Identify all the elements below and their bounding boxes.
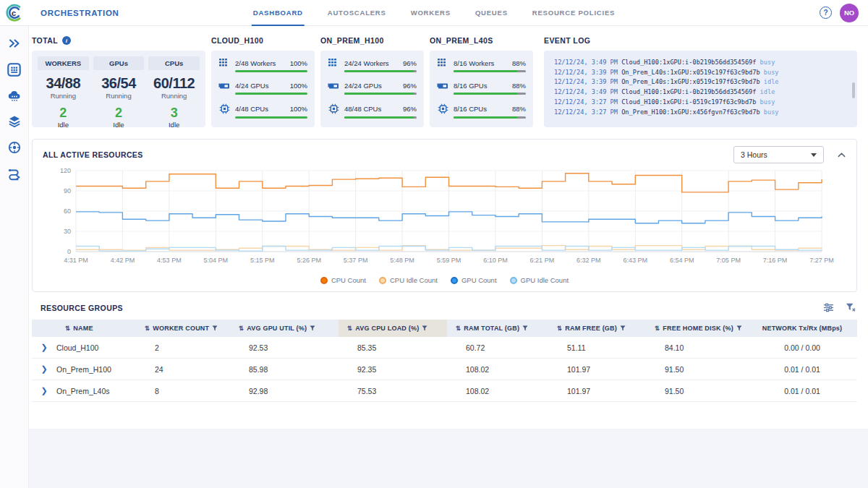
sidebar-item-ml-compute[interactable] — [7, 140, 22, 155]
sidebar-item-dashboard[interactable] — [7, 61, 22, 77]
sort-icon[interactable]: ⇅ — [456, 325, 461, 332]
event-log-entry: 12/12/24, 3:27 PM Cloud_H100:1xGPU:i-051… — [554, 98, 847, 108]
cell-value: 92.35 — [339, 359, 447, 380]
svg-text:5:04 PM: 5:04 PM — [203, 257, 228, 264]
gpu-icon — [218, 82, 230, 90]
filter-icon[interactable] — [212, 325, 218, 331]
total-running-cell: 34/88Running2Idle — [38, 70, 89, 129]
avatar[interactable]: NO — [840, 4, 859, 22]
sidebar-item-resource-groups[interactable] — [7, 114, 22, 129]
panel-title: CLOUD_H100 — [211, 35, 315, 46]
running-label: Running — [38, 92, 89, 100]
total-col-header: WORKERS — [38, 56, 89, 70]
sort-icon[interactable]: ⇅ — [145, 325, 150, 332]
resource-groups-section: RESOURCE GROUPS ⇅NAME⇅WORKER COUNT⇅AVG G… — [32, 299, 857, 402]
sort-icon[interactable]: ⇅ — [65, 325, 70, 332]
filter-icon[interactable] — [422, 325, 427, 331]
svg-text:4:42 PM: 4:42 PM — [110, 257, 135, 264]
svg-text:6:54 PM: 6:54 PM — [669, 257, 694, 264]
column-label: NETWORK Tx/Rx (MBps) — [762, 325, 843, 332]
tab-dashboard[interactable]: DASHBOARD — [252, 0, 305, 26]
sort-icon[interactable]: ⇅ — [557, 325, 562, 332]
cell-value: 85.35 — [339, 337, 447, 359]
column-header-ram-free-gb-[interactable]: ⇅RAM FREE (GB) — [548, 320, 646, 337]
legend-label: GPU Idle Count — [521, 276, 569, 284]
sidebar-item-autoscalers[interactable] — [7, 87, 22, 103]
legend-item[interactable]: GPU Idle Count — [510, 276, 569, 284]
cpu-icon — [328, 103, 339, 114]
column-header-worker-count[interactable]: ⇅WORKER COUNT — [136, 320, 230, 337]
filter-icon[interactable] — [620, 325, 626, 331]
cpu-icon — [218, 103, 230, 114]
column-header-avg-cpu-load-[interactable]: ⇅AVG CPU LOAD (%) — [339, 320, 447, 337]
column-header-ram-total-gb-[interactable]: ⇅RAM TOTAL (GB) — [447, 320, 548, 337]
table-row[interactable]: ❯Cloud_H100292.5385.3560.7251.1184.100.0… — [32, 337, 857, 359]
svg-text:6:10 PM: 6:10 PM — [483, 257, 508, 264]
sidebar-item-pipelines[interactable] — [7, 166, 22, 181]
table-title: RESOURCE GROUPS — [41, 304, 123, 312]
info-icon[interactable]: i — [62, 36, 71, 45]
column-label: NAME — [73, 325, 93, 332]
cell-value: 60.72 — [447, 337, 548, 359]
nav-tabs: DASHBOARDAUTOSCALERSWORKERSQUEUESRESOURC… — [252, 0, 616, 26]
stat-percent: 100% — [290, 105, 307, 113]
event-log-scrollbar[interactable] — [852, 82, 855, 98]
cell-value: 108.02 — [447, 359, 548, 380]
running-value: 60/112 — [148, 75, 200, 92]
tab-queues[interactable]: QUEUES — [474, 0, 509, 26]
expand-chevron-icon[interactable]: ❯ — [32, 359, 56, 380]
resources-line-chart[interactable]: 4:31 PM4:42 PM4:53 PM5:04 PM5:15 PM5:26 … — [36, 166, 854, 275]
panel-stat-row: 2/48 Workers100% — [218, 58, 307, 72]
stat-label: 8/16 Workers — [454, 59, 507, 67]
event-log[interactable]: 12/12/24, 3:49 PM Cloud_H100:1xGPU:i-0b2… — [544, 51, 857, 127]
tab-workers[interactable]: WORKERS — [409, 0, 452, 26]
collapse-chevron-icon[interactable] — [837, 150, 846, 160]
column-header-name[interactable]: ⇅NAME — [56, 320, 136, 337]
clear-filters-icon[interactable] — [846, 302, 856, 313]
total-col-header: CPUs — [148, 56, 200, 70]
column-header-avg-gpu-util-[interactable]: ⇅AVG GPU UTIL (%) — [230, 320, 339, 337]
stat-progress-bar — [454, 116, 526, 119]
time-range-select[interactable]: 3 Hours — [733, 146, 824, 163]
tab-autoscalers[interactable]: AUTOSCALERS — [326, 0, 388, 26]
filter-icon[interactable] — [310, 325, 315, 331]
svg-text:60: 60 — [63, 207, 70, 215]
workers-icon — [437, 58, 448, 68]
column-settings-icon[interactable] — [823, 302, 834, 313]
svg-text:6:32 PM: 6:32 PM — [576, 257, 601, 264]
sort-icon[interactable]: ⇅ — [239, 325, 244, 332]
cell-name: On_Prem_L40s — [56, 380, 136, 402]
dashboard-icon — [7, 62, 22, 77]
legend-item[interactable]: GPU Count — [451, 276, 497, 284]
expand-chevron-icon[interactable]: ❯ — [32, 380, 56, 402]
filter-icon[interactable] — [522, 325, 528, 331]
sort-icon[interactable]: ⇅ — [655, 325, 660, 332]
legend-item[interactable]: CPU Idle Count — [379, 276, 438, 284]
idle-label: Idle — [148, 121, 200, 129]
table-row[interactable]: ❯On_Prem_H1002485.9892.35108.02101.9791.… — [32, 359, 857, 380]
stat-progress-bar — [235, 116, 307, 119]
running-label: Running — [93, 92, 145, 100]
legend-item[interactable]: CPU Count — [320, 276, 366, 284]
running-value: 34/88 — [38, 75, 89, 92]
svg-text:5:26 PM: 5:26 PM — [297, 257, 321, 264]
filter-icon[interactable] — [736, 325, 742, 331]
column-label: AVG CPU LOAD (%) — [355, 325, 419, 332]
table-row[interactable]: ❯On_Prem_L40s892.9875.53108.02101.9791.5… — [32, 380, 857, 402]
column-header-free-home-disk-[interactable]: ⇅FREE HOME DISK (%) — [646, 320, 747, 337]
svg-text:5:15 PM: 5:15 PM — [250, 257, 274, 264]
panel-card: 8/16 Workers88%8/16 GPUs88%8/16 CPUs88% — [430, 51, 533, 127]
stat-percent: 88% — [512, 105, 526, 113]
stat-percent: 96% — [403, 105, 417, 113]
legend-label: CPU Count — [331, 276, 366, 284]
expand-chevron-icon[interactable]: ❯ — [32, 337, 56, 359]
sort-icon[interactable]: ⇅ — [347, 325, 352, 332]
tab-resource-policies[interactable]: RESOURCE POLICIES — [531, 0, 616, 26]
svg-text:90: 90 — [63, 187, 70, 194]
cell-value: 24 — [136, 359, 230, 380]
panel-stat-row: 4/24 GPUs100% — [218, 82, 307, 95]
sidebar-item-expand[interactable] — [7, 35, 22, 51]
help-icon[interactable]: ? — [820, 7, 832, 19]
chevron-down-icon — [811, 153, 817, 157]
top-bar: c ORCHESTRATION DASHBOARDAUTOSCALERSWORK… — [0, 0, 868, 26]
